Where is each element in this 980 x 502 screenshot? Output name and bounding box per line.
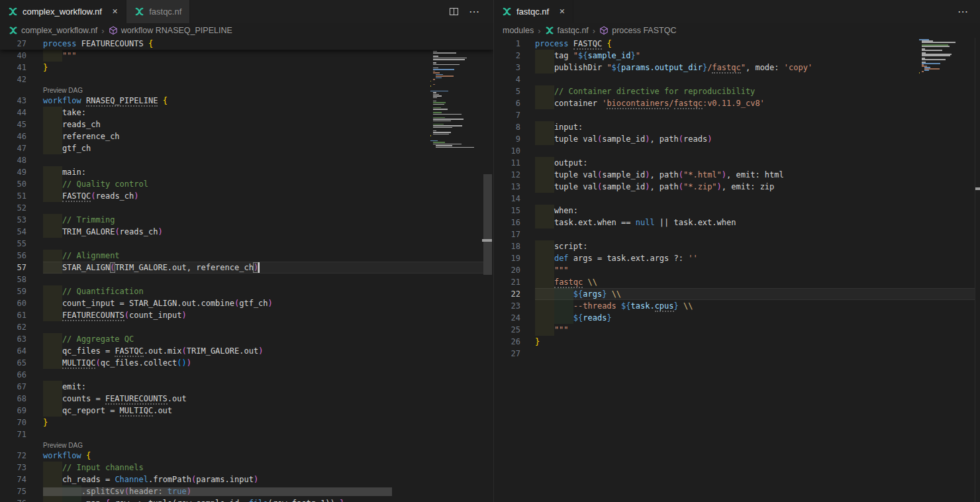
line-number[interactable]: 1 <box>494 38 520 50</box>
code-line-56[interactable]: 56 // Alignment <box>0 250 493 262</box>
line-number[interactable]: 19 <box>494 252 520 264</box>
line-number[interactable]: 50 <box>0 178 26 190</box>
code-line-18[interactable]: 18 script: <box>494 240 980 252</box>
code-line-43[interactable]: 43workflow RNASEQ_PIPELINE { <box>0 95 493 107</box>
vertical-scrollbar-thumb[interactable] <box>483 174 492 275</box>
sticky-scroll-line[interactable]: 27process FEATURECOUNTS { <box>0 38 493 50</box>
breadcrumb-item[interactable]: process FASTQC <box>599 26 676 35</box>
line-number[interactable]: 57 <box>0 262 26 274</box>
code-line-41[interactable]: 41} <box>0 62 493 74</box>
line-number[interactable]: 24 <box>494 312 520 324</box>
code-line-52[interactable]: 52 <box>0 202 493 214</box>
line-number[interactable]: 23 <box>494 300 520 312</box>
code-line-48[interactable]: 48 <box>0 154 493 166</box>
more-actions-button[interactable]: ⋯ <box>957 7 969 17</box>
code-line-14[interactable]: 14 <box>494 193 980 205</box>
line-number[interactable]: 58 <box>0 274 26 285</box>
line-number[interactable]: 10 <box>494 145 520 157</box>
code-line-5[interactable]: 5 // Container directive for reproducibi… <box>494 85 980 97</box>
minimap[interactable] <box>919 38 969 76</box>
code-line-11[interactable]: 11 output: <box>494 157 980 169</box>
tab-fastqc.nf[interactable]: fastqc.nf <box>126 0 190 23</box>
code-line-73[interactable]: 73 // Input channels <box>0 462 493 474</box>
editor-left[interactable]: 40 """41}42Preview DAG43workflow RNASEQ_… <box>0 38 493 502</box>
line-number[interactable]: 48 <box>0 154 26 166</box>
code-line-8[interactable]: 8 input: <box>494 121 980 133</box>
line-number[interactable]: 49 <box>0 166 26 178</box>
code-line-44[interactable]: 44 take: <box>0 107 493 119</box>
code-line-65[interactable]: 65 MULTIQC(qc_files.collect()) <box>0 357 493 369</box>
code-line-10[interactable]: 10 <box>494 145 980 157</box>
line-number[interactable]: 21 <box>494 276 520 288</box>
more-actions-button[interactable]: ⋯ <box>469 7 480 17</box>
code-line-42[interactable]: 42 <box>0 74 493 85</box>
line-number[interactable]: 16 <box>494 217 520 228</box>
line-number[interactable]: 17 <box>494 228 520 240</box>
code-line-19[interactable]: 19 def args = task.ext.args ?: '' <box>494 252 980 264</box>
line-number[interactable]: 40 <box>0 50 26 62</box>
line-number[interactable]: 6 <box>494 97 520 109</box>
code-line-55[interactable]: 55 <box>0 238 493 250</box>
code-line-26[interactable]: 26} <box>494 336 980 348</box>
line-number[interactable]: 15 <box>494 205 520 217</box>
editor-group-sash[interactable] <box>493 0 494 502</box>
line-number[interactable]: 53 <box>0 214 26 226</box>
code-line-67[interactable]: 67 emit: <box>0 381 493 393</box>
close-icon[interactable]: ✕ <box>559 7 565 16</box>
line-number[interactable]: 44 <box>0 107 26 119</box>
code-line-49[interactable]: 49 main: <box>0 166 493 178</box>
code-line-62[interactable]: 62 <box>0 321 493 333</box>
line-number[interactable]: 25 <box>494 324 520 336</box>
line-number[interactable]: 66 <box>0 369 26 381</box>
horizontal-scrollbar-thumb[interactable] <box>43 487 392 496</box>
code-line-4[interactable]: 4 <box>494 74 980 85</box>
line-number[interactable]: 62 <box>0 321 26 333</box>
breadcrumb-item[interactable]: modules <box>503 26 534 35</box>
line-number[interactable]: 20 <box>494 264 520 276</box>
code-line-68[interactable]: 68 counts = FEATURECOUNTS.out <box>0 393 493 405</box>
code-line-76[interactable]: 76 .map { row -> tuple(row.sample_id, fi… <box>0 497 493 502</box>
code-line-25[interactable]: 25 """ <box>494 324 980 336</box>
code-line-46[interactable]: 46 reference_ch <box>0 130 493 142</box>
line-number[interactable]: 3 <box>494 62 520 74</box>
minimap[interactable] <box>430 38 485 157</box>
code-line-13[interactable]: 13 tuple val(sample_id), path("*.zip"), … <box>494 181 980 193</box>
code-line-58[interactable]: 58 <box>0 274 493 285</box>
code-line-51[interactable]: 51 FASTQC(reads_ch) <box>0 190 493 202</box>
line-number[interactable]: 45 <box>0 119 26 130</box>
line-number[interactable]: 56 <box>0 250 26 262</box>
code-line-59[interactable]: 59 // Quantification <box>0 285 493 297</box>
line-number[interactable]: 65 <box>0 357 26 369</box>
line-number[interactable]: 4 <box>494 74 520 85</box>
code-line-57[interactable]: 57 STAR_ALIGN(TRIM_GALORE.out, reference… <box>0 262 493 274</box>
line-number[interactable]: 69 <box>0 405 26 417</box>
line-number[interactable]: 27 <box>494 348 520 360</box>
line-number[interactable]: 7 <box>494 109 520 121</box>
code-line-60[interactable]: 60 count_input = STAR_ALIGN.out.combine(… <box>0 297 493 309</box>
line-number[interactable]: 61 <box>0 309 26 321</box>
code-line-16[interactable]: 16 task.ext.when == null || task.ext.whe… <box>494 217 980 228</box>
line-number[interactable]: 26 <box>494 336 520 348</box>
code-line-61[interactable]: 61 FEATURECOUNTS(count_input) <box>0 309 493 321</box>
code-line-23[interactable]: 23 --threads ${task.cpus} \\ <box>494 300 980 312</box>
line-number[interactable]: 72 <box>0 450 26 462</box>
code-line-15[interactable]: 15 when: <box>494 205 980 217</box>
code-line-74[interactable]: 74 ch_reads = Channel.fromPath(params.in… <box>0 474 493 485</box>
line-number[interactable]: 14 <box>494 193 520 205</box>
split-editor-button[interactable] <box>449 7 459 17</box>
code-line-20[interactable]: 20 """ <box>494 264 980 276</box>
code-line-40[interactable]: 40 """ <box>0 50 493 62</box>
code-line-24[interactable]: 24 ${reads} <box>494 312 980 324</box>
close-icon[interactable]: ✕ <box>112 7 118 16</box>
code-line-9[interactable]: 9 tuple val(sample_id), path(reads) <box>494 133 980 145</box>
line-number[interactable]: 59 <box>0 285 26 297</box>
code-line-7[interactable]: 7 <box>494 109 980 121</box>
line-number[interactable]: 63 <box>0 333 26 345</box>
tab-fastqc.nf[interactable]: fastqc.nf✕ <box>494 0 573 23</box>
line-number[interactable]: 51 <box>0 190 26 202</box>
code-line-6[interactable]: 6 container 'biocontainers/fastqc:v0.11.… <box>494 97 980 109</box>
code-line-27[interactable]: 27 <box>494 348 980 360</box>
line-number[interactable]: 8 <box>494 121 520 133</box>
code-line-22[interactable]: 22 ${args} \\ <box>494 288 980 300</box>
code-line-70[interactable]: 70} <box>0 417 493 428</box>
